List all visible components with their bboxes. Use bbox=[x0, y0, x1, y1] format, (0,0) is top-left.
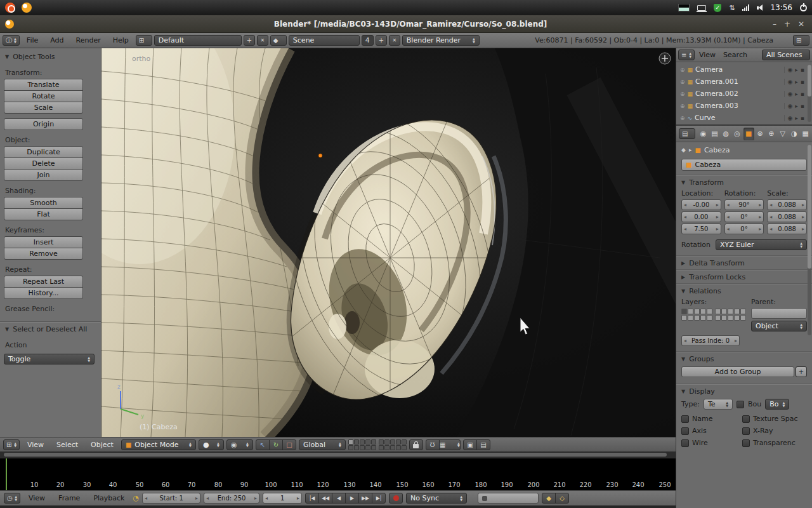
object-name[interactable]: Curve bbox=[695, 114, 715, 122]
menu-view[interactable]: View bbox=[23, 494, 50, 502]
render-anim-icon[interactable]: ▤ bbox=[476, 439, 490, 450]
layers-grid-left[interactable] bbox=[348, 439, 376, 450]
scrollbar-thumb[interactable] bbox=[4, 453, 667, 457]
power-icon[interactable] bbox=[800, 4, 807, 11]
location-y-field[interactable]: 0.00 bbox=[681, 211, 721, 222]
expand-icon[interactable] bbox=[680, 103, 685, 109]
layers-grid-right[interactable] bbox=[379, 439, 407, 450]
rotation-mode-dropdown[interactable]: XYZ Euler bbox=[716, 239, 807, 250]
expand-icon[interactable] bbox=[680, 91, 685, 97]
maximize-button[interactable]: + bbox=[784, 20, 790, 29]
tab-render[interactable]: ◉ bbox=[698, 128, 709, 140]
blender-app-icon[interactable] bbox=[22, 3, 32, 13]
viewport-canvas[interactable]: ortho (1) Cabeza z y bbox=[102, 48, 676, 437]
parent-object-field[interactable] bbox=[751, 308, 807, 319]
groups-header[interactable]: ▼ Groups bbox=[676, 352, 812, 365]
selectable-icon[interactable] bbox=[795, 79, 798, 85]
start-frame-field[interactable]: Start: 1 bbox=[142, 493, 200, 504]
current-frame-indicator[interactable] bbox=[6, 458, 7, 490]
expand-icon[interactable] bbox=[680, 115, 685, 121]
menu-add[interactable]: Add bbox=[45, 36, 69, 44]
add-layout-button[interactable] bbox=[244, 35, 255, 46]
timeline-scrollbar[interactable] bbox=[0, 451, 676, 458]
next-keyframe-button[interactable]: ▶▶ bbox=[358, 493, 372, 504]
editor-type-button[interactable]: ▤ bbox=[679, 128, 695, 139]
scale-z-field[interactable]: 0.088 bbox=[767, 224, 807, 234]
object-name[interactable]: Camera bbox=[695, 65, 723, 74]
properties-scrollbar[interactable] bbox=[808, 145, 811, 335]
system-monitor-icon[interactable] bbox=[678, 4, 690, 11]
object-name[interactable]: Camera.002 bbox=[695, 90, 738, 98]
transform-locks-header[interactable]: ▶ Transform Locks bbox=[676, 270, 812, 283]
rotation-x-field[interactable]: 90° bbox=[724, 199, 764, 210]
outliner-scrollbar[interactable] bbox=[808, 65, 811, 122]
scale-manipulator-icon[interactable]: □ bbox=[282, 439, 296, 450]
tab-texture[interactable]: ▦ bbox=[800, 128, 811, 140]
render-restrict-icon[interactable] bbox=[801, 91, 804, 97]
lock-to-scene-button[interactable] bbox=[409, 439, 423, 450]
history-button[interactable]: History... bbox=[4, 287, 83, 299]
editor-type-button[interactable]: ≡ bbox=[678, 50, 695, 60]
new-group-button[interactable] bbox=[796, 366, 807, 377]
menu-search[interactable]: Search bbox=[720, 51, 750, 59]
play-reverse-button[interactable]: ◀ bbox=[332, 493, 346, 504]
scene-field[interactable]: Scene bbox=[289, 35, 360, 46]
relations-header[interactable]: ▼ Relations bbox=[676, 284, 812, 297]
bounds-checkbox[interactable] bbox=[737, 401, 744, 408]
menu-view[interactable]: View bbox=[696, 51, 719, 59]
texture-space-checkbox[interactable] bbox=[742, 415, 750, 423]
editor-type-button[interactable]: ◷ bbox=[4, 493, 20, 504]
delete-scene-button[interactable] bbox=[389, 35, 400, 46]
current-frame-field[interactable]: 1 bbox=[263, 493, 302, 504]
render-restrict-icon[interactable] bbox=[801, 103, 804, 109]
origin-button[interactable]: Origin bbox=[4, 118, 83, 130]
flat-button[interactable]: Flat bbox=[4, 208, 83, 220]
window-duplicate-button[interactable]: ⊞ bbox=[793, 35, 809, 46]
eye-icon[interactable] bbox=[788, 67, 793, 73]
snap-element-dropdown[interactable]: ▦ bbox=[439, 439, 461, 450]
outliner-row[interactable]: Camera.003 bbox=[676, 100, 812, 112]
outliner-filter-dropdown[interactable]: All Scenes bbox=[762, 50, 810, 60]
ubuntu-logo-icon[interactable] bbox=[5, 3, 15, 13]
signal-strength-icon[interactable] bbox=[742, 4, 749, 11]
insert-keyframe-button[interactable]: Insert bbox=[4, 236, 83, 248]
delete-keyframe-icon[interactable]: ◇ bbox=[555, 493, 569, 504]
name-checkbox[interactable] bbox=[681, 415, 689, 423]
menu-view[interactable]: View bbox=[22, 441, 49, 449]
clock-time[interactable]: 13:56 bbox=[770, 3, 792, 12]
add-to-group-button[interactable]: Add to Group bbox=[681, 366, 794, 377]
object-name-field[interactable]: Cabeza bbox=[681, 159, 807, 171]
selectable-icon[interactable] bbox=[795, 115, 798, 121]
location-x-field[interactable]: -0.00 bbox=[681, 199, 721, 210]
menu-help[interactable]: Help bbox=[108, 36, 134, 44]
object-name[interactable]: Camera.003 bbox=[695, 102, 738, 110]
prev-keyframe-button[interactable]: ◀◀ bbox=[318, 493, 332, 504]
security-shield-icon[interactable] bbox=[714, 4, 721, 12]
location-z-field[interactable]: 7.50 bbox=[681, 224, 721, 234]
repeat-last-button[interactable]: Repeat Last bbox=[4, 276, 83, 288]
parent-type-dropdown[interactable]: Object bbox=[751, 321, 807, 331]
transparency-checkbox[interactable] bbox=[742, 439, 750, 447]
expand-icon[interactable] bbox=[680, 67, 685, 73]
translate-manipulator-icon[interactable]: ↖ bbox=[256, 439, 270, 450]
bounds-type-dropdown[interactable]: Bo bbox=[765, 399, 789, 410]
scene-user-count[interactable]: 4 bbox=[362, 35, 374, 46]
breadcrumb-object-name[interactable]: Cabeza bbox=[704, 146, 730, 154]
rotate-button[interactable]: Rotate bbox=[4, 90, 83, 102]
rotation-z-field[interactable]: 0° bbox=[724, 224, 764, 234]
pin-icon[interactable]: ◆ bbox=[681, 147, 686, 153]
screen-layout-field[interactable]: Default bbox=[154, 35, 242, 46]
viewport-render[interactable]: ortho (1) Cabeza z y bbox=[102, 48, 676, 437]
duplicate-button[interactable]: Duplicate bbox=[4, 146, 83, 158]
viewport-shading-dropdown[interactable]: ● bbox=[199, 439, 224, 450]
timeline-ruler[interactable]: 10 20 30 40 50 60 70 80 90 100 110 120 1… bbox=[0, 458, 676, 490]
tab-object-data[interactable]: ▽ bbox=[777, 128, 788, 140]
menu-file[interactable]: File bbox=[22, 36, 43, 44]
close-button[interactable]: ✕ bbox=[798, 20, 804, 29]
eye-icon[interactable] bbox=[788, 103, 793, 109]
scale-y-field[interactable]: 0.088 bbox=[767, 211, 807, 222]
sync-dropdown[interactable]: No Sync bbox=[406, 493, 467, 504]
menu-select[interactable]: Select bbox=[51, 441, 83, 449]
action-dropdown[interactable]: Toggle bbox=[4, 354, 95, 364]
display-icon[interactable] bbox=[697, 5, 706, 11]
